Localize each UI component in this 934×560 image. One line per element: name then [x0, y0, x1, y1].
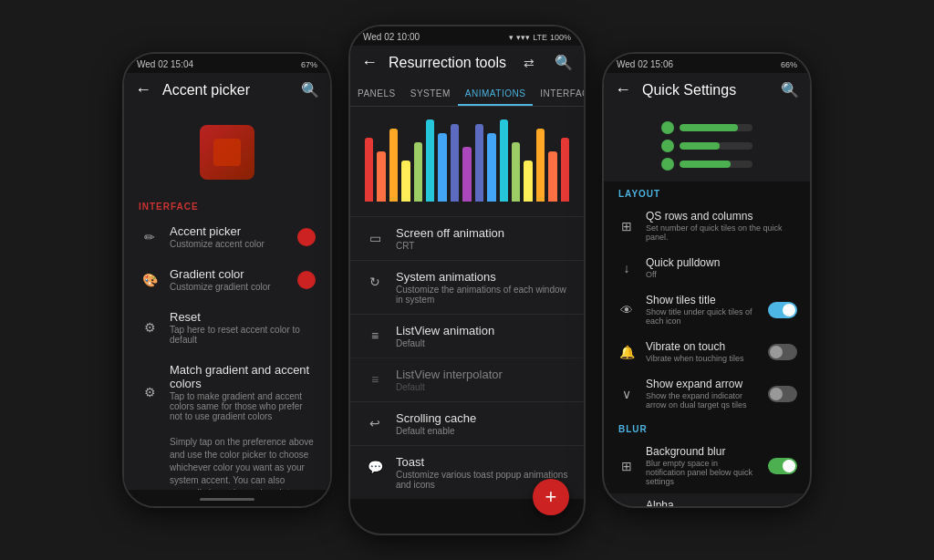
toggle-vibrate[interactable]: [768, 344, 797, 360]
qs-title: Quick pulldown: [646, 256, 797, 269]
topbar-2: ← Resurrection tools ⇄ 🔍: [350, 46, 584, 79]
toggle-expand[interactable]: [768, 386, 797, 402]
slider-track-2: [680, 142, 752, 150]
res-sub: Default enable: [396, 426, 569, 436]
animation-bar: [389, 129, 398, 202]
vibrate-icon: 🔔: [617, 342, 637, 362]
qs-title: Show expand arrow: [646, 378, 759, 390]
animation-bar: [365, 138, 373, 202]
setting-text: Gradient color Customize gradient color: [170, 267, 288, 292]
setting-subtitle: Tap to make gradient and accent colors s…: [170, 391, 316, 421]
res-sub: Default: [396, 338, 569, 348]
res-text: ListView animation Default: [396, 324, 569, 348]
page-title-3: Quick Settings: [642, 82, 770, 99]
search-icon-2[interactable]: 🔍: [555, 54, 573, 71]
qs-text: Show expand arrow Show the expand indica…: [646, 378, 759, 410]
fab-button[interactable]: +: [533, 479, 569, 515]
toggle-blur[interactable]: [768, 458, 797, 474]
show-title-icon: 👁: [617, 300, 637, 320]
tab-interface[interactable]: INTERFACE: [533, 79, 586, 106]
lte-label: LTE: [533, 33, 547, 42]
tab-system[interactable]: SYSTEM: [403, 79, 458, 106]
res-title: System animations: [396, 270, 569, 284]
accent-dot: [297, 228, 316, 246]
status-bar-2: Wed 02 10:00 ▾ ▾▾▾ LTE 100%: [350, 26, 584, 46]
list-item[interactable]: ↓ Quick pulldown Off: [604, 249, 810, 286]
list-item[interactable]: ↩ Scrolling cache Default enable: [350, 401, 584, 445]
animation-bar: [536, 129, 545, 202]
back-button-1[interactable]: ←: [135, 80, 151, 99]
status-time-1: Wed 02 15:04: [137, 59, 193, 69]
res-text: ListView interpolator Default: [396, 368, 569, 392]
res-text: Screen off animation CRT: [396, 226, 569, 251]
res-list: ▭ Screen off animation CRT ↻ System anim…: [350, 216, 584, 499]
battery-icon-3: 66%: [781, 60, 797, 69]
listview-icon: ≡: [365, 326, 385, 346]
qs-text: Vibrate on touch Vibrate when touching t…: [646, 340, 759, 363]
match-icon: ⚙: [139, 381, 161, 403]
back-button-3[interactable]: ←: [615, 80, 631, 99]
list-item[interactable]: ▭ Screen off animation CRT: [350, 216, 584, 260]
color-preview-square: [200, 125, 254, 180]
phone-resurrection-tools: Wed 02 10:00 ▾ ▾▾▾ LTE 100% ← Resurrecti…: [348, 25, 586, 535]
interpolator-icon: ≡: [365, 369, 385, 389]
list-item[interactable]: ⚙ Reset Tap here to reset accent color t…: [124, 301, 330, 354]
qs-title: QS rows and columns: [646, 210, 797, 223]
reset-icon: ⚙: [139, 316, 161, 338]
animation-bar: [475, 124, 483, 202]
tab-panels[interactable]: PANELS: [350, 79, 403, 106]
home-indicator-1: [124, 490, 330, 508]
res-title: Toast: [396, 455, 569, 469]
slider-dot-3: [661, 158, 674, 171]
signal-icon: ▾▾▾: [516, 33, 530, 42]
qs-sub: Set number of quick tiles on the quick p…: [646, 223, 797, 242]
switch-icon[interactable]: ⇄: [524, 56, 534, 70]
animation-bar: [414, 142, 422, 202]
search-icon-3[interactable]: 🔍: [781, 81, 799, 99]
search-icon-1[interactable]: 🔍: [301, 81, 319, 99]
list-item[interactable]: 🔔 Vibrate on touch Vibrate when touching…: [604, 333, 810, 370]
list-item[interactable]: ≡ ListView animation Default: [350, 314, 584, 358]
slider-row-3: [661, 158, 752, 171]
res-title: ListView interpolator: [396, 368, 569, 381]
list-item[interactable]: ≡ ListView interpolator Default: [350, 358, 584, 401]
qs-preview: [604, 107, 810, 181]
list-item[interactable]: ✏ Accent picker Customize accent color: [124, 215, 330, 258]
tab-animations[interactable]: ANIMATIONS: [458, 79, 533, 106]
list-item[interactable]: ∨ Show expand arrow Show the expand indi…: [604, 370, 810, 417]
animation-bar: [451, 124, 459, 202]
slider-fill-3: [680, 161, 731, 168]
setting-text: Reset Tap here to reset accent color to …: [170, 310, 316, 345]
qs-sliders-preview: [661, 121, 752, 171]
list-item[interactable]: 👁 Show tiles title Show title under quic…: [604, 286, 810, 333]
slider-track-3: [680, 161, 752, 168]
accent-body: INTERFACE ✏ Accent picker Customize acce…: [124, 107, 330, 490]
res-sub: Default: [396, 382, 569, 392]
section-label-interface: INTERFACE: [124, 194, 330, 215]
accent-preview: [124, 107, 330, 194]
status-icons-1: 67%: [301, 60, 317, 69]
screen-off-icon: ▭: [365, 228, 385, 248]
qs-sub: Vibrate when touching tiles: [646, 354, 759, 363]
system-anim-icon: ↻: [365, 272, 385, 292]
list-item[interactable]: ⚙ Match gradient and accent colors Tap t…: [124, 354, 330, 430]
list-item[interactable]: ⊞ Background blur Blur empty space in no…: [604, 438, 810, 493]
status-bar-3: Wed 02 15:06 66%: [604, 54, 810, 73]
qs-sub: Show the expand indicator arrow on dual …: [646, 391, 759, 410]
res-title: Scrolling cache: [396, 411, 569, 425]
tabs-bar: PANELS SYSTEM ANIMATIONS INTERFACE MISC: [350, 79, 584, 107]
status-time-3: Wed 02 15:06: [617, 59, 673, 69]
toggle-show-title[interactable]: [768, 302, 797, 318]
animation-bar: [548, 151, 556, 202]
list-item[interactable]: ⊞ QS rows and columns Set number of quic…: [604, 202, 810, 249]
setting-title: Gradient color: [170, 267, 288, 281]
animation-bar: [561, 138, 569, 202]
slider-fill-1: [680, 124, 738, 131]
setting-title: Reset: [170, 310, 316, 324]
back-button-2[interactable]: ←: [361, 53, 378, 72]
list-item[interactable]: 🎨 Gradient color Customize gradient colo…: [124, 258, 330, 301]
qs-sub: Blur empty space in notification panel b…: [646, 459, 759, 486]
pulldown-icon: ↓: [617, 258, 637, 278]
setting-text: Match gradient and accent colors Tap to …: [170, 363, 316, 421]
list-item[interactable]: ↻ System animations Customize the animat…: [350, 260, 584, 314]
